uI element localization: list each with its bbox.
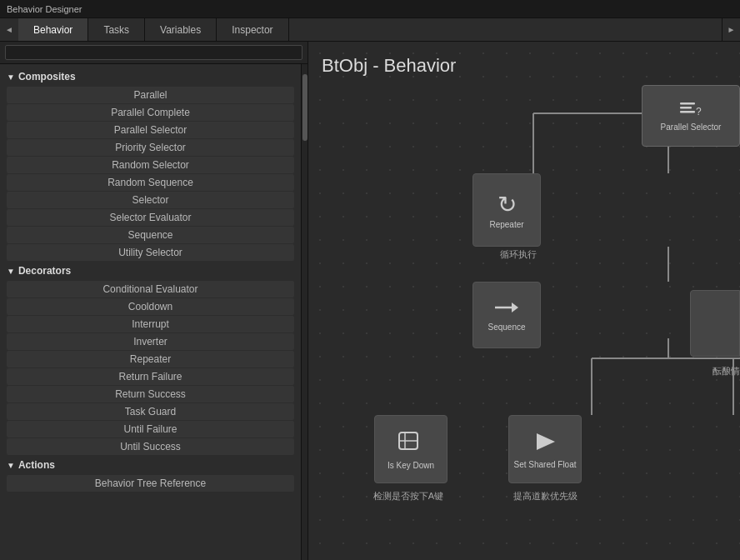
partial-right-node (690, 290, 740, 357)
list-item[interactable]: Interrupt (7, 316, 294, 332)
section-composites[interactable]: ▼ Composites (0, 68, 301, 86)
canvas-title: BtObj - Behavior (322, 55, 456, 77)
section-actions[interactable]: ▼ Actions (0, 456, 301, 474)
key-down-icon (398, 429, 424, 459)
list-item[interactable]: Parallel Selector (7, 122, 294, 138)
actions-label: Actions (18, 459, 55, 471)
search-bar (0, 42, 308, 64)
sequence-icon (493, 299, 520, 321)
tab-tasks[interactable]: Tasks (88, 18, 145, 41)
main-layout: ▼ Composites Parallel Parallel Complete … (0, 42, 740, 560)
parallel-selector-label: Parallel Selector (661, 122, 722, 132)
tab-variables[interactable]: Variables (145, 18, 217, 41)
svg-marker-17 (537, 433, 555, 450)
list-item[interactable]: Until Success (7, 438, 294, 455)
node-repeater[interactable]: ↻ Repeater (472, 173, 541, 247)
set-shared-float-icon (532, 430, 558, 458)
scrollbar-track[interactable] (301, 64, 308, 560)
parallel-selector-icon: ? (679, 101, 702, 119)
node-parallel-selector[interactable]: ? Parallel Selector (642, 85, 740, 147)
repeater-annotation: 循环执行 (500, 248, 537, 261)
key-down-annotation: 检测是否按下A键 (350, 490, 467, 502)
section-decorators[interactable]: ▼ Decorators (0, 262, 301, 280)
tab-arrow-right[interactable]: ► (722, 18, 740, 41)
list-item[interactable]: Repeater (7, 351, 294, 368)
list-item[interactable]: Parallel (7, 87, 294, 103)
search-input[interactable] (5, 45, 302, 60)
repeater-label: Repeater (489, 220, 523, 229)
left-panel: ▼ Composites Parallel Parallel Complete … (0, 42, 308, 560)
composites-label: Composites (18, 71, 76, 82)
list-item[interactable]: Parallel Complete (7, 104, 294, 121)
canvas-area[interactable]: BtObj - Behavior ? Parallel Selector ↻ R… (308, 42, 740, 560)
node-sequence[interactable]: Sequence (472, 282, 541, 348)
tab-behavior[interactable]: Behavior (18, 18, 88, 41)
list-item[interactable]: Conditional Evaluator (7, 281, 294, 298)
composites-arrow: ▼ (7, 72, 15, 82)
list-item[interactable]: Utility Selector (7, 244, 294, 261)
key-down-label: Is Key Down (388, 461, 434, 470)
list-item[interactable]: Selector Evaluator (7, 209, 294, 226)
repeater-icon: ↻ (498, 191, 517, 218)
node-set-shared-float[interactable]: Set Shared Float (508, 415, 582, 483)
list-item[interactable]: Random Sequence (7, 174, 294, 191)
list-item[interactable]: Until Failure (7, 421, 294, 438)
list-item[interactable]: Inverter (7, 333, 294, 350)
decorators-label: Decorators (18, 265, 71, 277)
items-list: ▼ Composites Parallel Parallel Complete … (0, 64, 301, 560)
app-title: Behavior Designer (7, 4, 82, 14)
list-item[interactable]: Return Success (7, 386, 294, 402)
set-shared-float-label: Set Shared Float (513, 460, 576, 469)
list-item[interactable]: Priority Selector (7, 139, 294, 156)
set-shared-float-annotation: 提高道歉优先级 (483, 490, 607, 502)
list-item[interactable]: Random Selector (7, 157, 294, 173)
svg-text:?: ? (696, 106, 702, 118)
list-item[interactable]: Behavior Tree Reference (7, 475, 294, 492)
list-item[interactable]: Task Guard (7, 403, 294, 420)
list-item[interactable]: Return Failure (7, 368, 294, 385)
scrollbar-thumb[interactable] (302, 74, 308, 141)
tab-arrow-left[interactable]: ◄ (0, 18, 18, 41)
left-content: ▼ Composites Parallel Parallel Complete … (0, 64, 308, 560)
node-is-key-down[interactable]: Is Key Down (374, 415, 448, 483)
tab-inspector[interactable]: Inspector (217, 18, 288, 41)
svg-rect-10 (680, 111, 695, 113)
list-item[interactable]: Cooldown (7, 298, 294, 315)
svg-rect-9 (680, 107, 692, 109)
partial-annotation: 酝酿情 (712, 365, 740, 378)
title-bar: Behavior Designer (0, 0, 740, 18)
decorators-arrow: ▼ (7, 267, 15, 276)
list-item[interactable]: Selector (7, 192, 294, 208)
actions-arrow: ▼ (7, 461, 15, 470)
sequence-label: Sequence (488, 322, 525, 332)
tab-bar: ◄ Behavior Tasks Variables Inspector ► (0, 18, 740, 42)
svg-marker-13 (512, 302, 518, 312)
list-item[interactable]: Sequence (7, 227, 294, 243)
svg-rect-8 (680, 102, 695, 105)
